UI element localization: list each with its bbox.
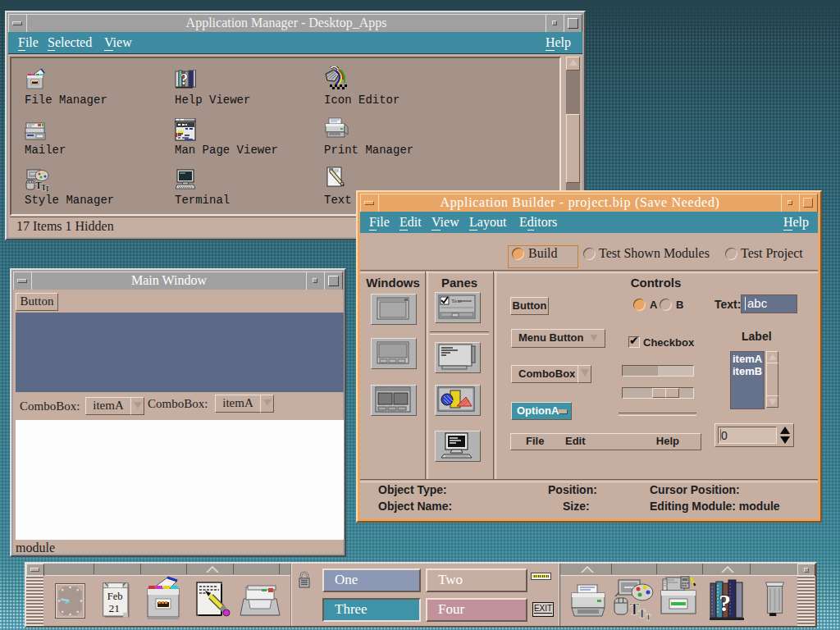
- svg-text:?: ?: [180, 71, 188, 88]
- svg-text:T: T: [45, 185, 49, 191]
- svg-text:21: 21: [108, 602, 119, 614]
- svg-text:Feb: Feb: [107, 591, 123, 602]
- svg-text:T: T: [646, 613, 651, 622]
- svg-text:?: ?: [719, 589, 731, 616]
